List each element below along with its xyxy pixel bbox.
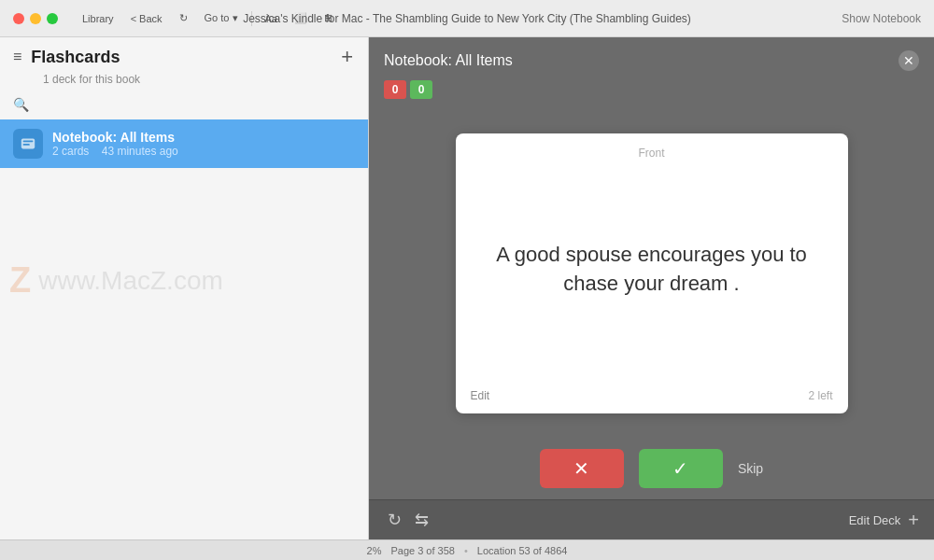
goto-button[interactable]: Go to ▾ [199, 10, 244, 26]
panel-title: Notebook: All Items [384, 52, 513, 69]
title-bar: Library < Back ↻ Go to ▾ Aa ⬜ ⊞ Jessica'… [0, 0, 934, 37]
maximize-window-button[interactable] [47, 13, 58, 24]
reject-button[interactable]: ✕ [540, 449, 624, 488]
panel-header: Notebook: All Items ✕ [369, 37, 934, 80]
close-panel-button[interactable]: ✕ [899, 50, 919, 71]
flashcard-panel: Notebook: All Items ✕ 0 0 Front A good s… [369, 37, 934, 539]
page-label: Page 3 of 358 [390, 545, 455, 556]
status-bar: 2% Page 3 of 358 • Location 53 of 4864 [0, 539, 934, 560]
score-red-badge: 0 [384, 80, 406, 99]
card-content: A good spouse encourages you to chase yo… [456, 160, 848, 380]
flashcard[interactable]: Front A good spouse encourages you to ch… [456, 133, 848, 413]
card-area: Front A good spouse encourages you to ch… [369, 110, 934, 436]
edit-deck-button[interactable]: Edit Deck [849, 513, 901, 527]
window-title: Jessica's Kindle for Mac - The Shambling… [243, 12, 691, 25]
window-controls [0, 13, 58, 24]
sidebar-header: ≡ Flashcards + [0, 37, 368, 73]
card-edit-button[interactable]: Edit [471, 389, 490, 402]
svg-rect-1 [23, 140, 34, 142]
close-window-button[interactable] [13, 13, 24, 24]
card-front-label: Front [456, 133, 848, 160]
sidebar-title: Flashcards [31, 48, 339, 67]
card-footer: Edit 2 left [456, 380, 848, 413]
svg-rect-2 [23, 144, 30, 146]
deck-item[interactable]: Notebook: All Items 2 cards 43 minutes a… [0, 119, 368, 168]
search-row: 🔍 [0, 93, 368, 119]
accept-button[interactable]: ✓ [639, 449, 723, 488]
deck-item-meta: 2 cards 43 minutes ago [52, 145, 355, 158]
minimize-window-button[interactable] [30, 13, 41, 24]
deck-item-info: Notebook: All Items 2 cards 43 minutes a… [52, 130, 355, 158]
score-row: 0 0 [369, 80, 934, 110]
deck-list: Notebook: All Items 2 cards 43 minutes a… [0, 119, 368, 539]
skip-button[interactable]: Skip [738, 461, 763, 476]
refresh-button[interactable]: ↻ [174, 10, 193, 26]
library-button[interactable]: Library [77, 11, 120, 26]
cards-left-label: 2 left [808, 389, 832, 402]
add-deck-button[interactable]: + [339, 47, 355, 67]
shuffle-icon[interactable]: ⇆ [411, 508, 432, 532]
restart-icon[interactable]: ↻ [384, 508, 405, 532]
main-layout: ≡ Flashcards + 1 deck for this book 🔍 No… [0, 37, 934, 539]
action-row: ✕ ✓ Skip [369, 436, 934, 499]
score-green-badge: 0 [410, 80, 432, 99]
deck-item-name: Notebook: All Items [52, 130, 355, 145]
sidebar-subtitle: 1 deck for this book [0, 73, 368, 93]
status-dot: • [464, 545, 468, 556]
flashcard-toolbar: ↻ ⇆ Edit Deck + [369, 499, 934, 539]
search-icon[interactable]: 🔍 [13, 97, 29, 112]
location-label: Location 53 of 4864 [477, 545, 568, 556]
back-button[interactable]: < Back [125, 11, 168, 26]
show-notebook-button[interactable]: Show Notebook [842, 12, 934, 25]
progress-label: 2% [367, 545, 382, 556]
add-card-button[interactable]: + [908, 510, 919, 531]
menu-icon[interactable]: ≡ [13, 49, 21, 65]
deck-icon [13, 129, 43, 159]
sidebar: ≡ Flashcards + 1 deck for this book 🔍 No… [0, 37, 369, 539]
